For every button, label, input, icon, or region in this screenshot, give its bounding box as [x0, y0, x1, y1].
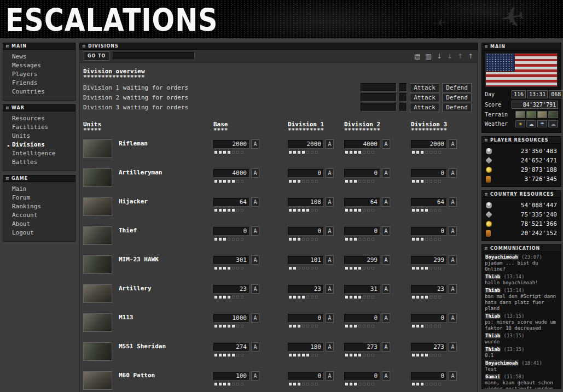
sidebar-item[interactable]: ▸ Account: [8, 211, 72, 220]
division-2-count-input[interactable]: [344, 227, 380, 236]
sidebar-item[interactable]: ▸ Battles: [8, 158, 72, 167]
sidebar-item[interactable]: ▸ News: [8, 52, 72, 61]
chat-sender[interactable]: Thiab: [485, 288, 501, 293]
chat-sender[interactable]: Boyachimoah: [485, 360, 519, 366]
assign-all-button[interactable]: A: [326, 371, 334, 381]
assign-all-button[interactable]: A: [326, 139, 334, 149]
assign-all-button[interactable]: A: [382, 284, 390, 294]
assign-all-button[interactable]: A: [251, 371, 259, 381]
assign-all-button[interactable]: A: [449, 168, 457, 178]
terrain-thumbnail[interactable]: [515, 111, 525, 118]
terrain-thumbnail[interactable]: [526, 111, 536, 118]
division-3-count-input[interactable]: [411, 140, 447, 149]
division-1-count-input[interactable]: [288, 285, 324, 294]
assign-all-button[interactable]: A: [449, 255, 457, 265]
sidebar-item[interactable]: ▸ Friends: [8, 79, 72, 87]
assign-all-button[interactable]: A: [382, 139, 390, 149]
sidebar-item[interactable]: ▸ Main: [8, 185, 72, 194]
base-count-input[interactable]: [213, 198, 249, 207]
chat-sender[interactable]: Thiab: [485, 274, 501, 279]
sidebar-item[interactable]: ▸ Messages: [8, 61, 72, 70]
assign-all-button[interactable]: A: [251, 284, 259, 294]
division-1-count-input[interactable]: [288, 256, 324, 265]
assign-all-button[interactable]: A: [326, 284, 334, 294]
chat-sender[interactable]: Gamai: [485, 374, 501, 379]
division-2-count-input[interactable]: [344, 343, 380, 352]
document-icon[interactable]: ▤: [414, 53, 420, 60]
goto-input[interactable]: [113, 52, 195, 60]
assign-all-button[interactable]: A: [382, 313, 390, 323]
attack-button[interactable]: Attack: [410, 83, 439, 92]
assign-all-button[interactable]: A: [382, 226, 390, 236]
terrain-thumbnail[interactable]: [548, 111, 558, 118]
defend-button[interactable]: Defend: [442, 103, 472, 112]
report-icon[interactable]: ▥: [425, 53, 431, 60]
division-1-count-input[interactable]: [288, 372, 324, 381]
assign-all-button[interactable]: A: [449, 139, 457, 149]
division-1-count-input[interactable]: [288, 314, 324, 323]
division-1-count-input[interactable]: [288, 140, 324, 149]
division-1-count-input[interactable]: [288, 227, 324, 236]
assign-all-button[interactable]: A: [326, 255, 334, 265]
assign-all-button[interactable]: A: [449, 197, 457, 207]
sidebar-item[interactable]: ▸ Rankings: [8, 202, 72, 211]
base-count-input[interactable]: [213, 285, 249, 294]
sidebar-item[interactable]: ▸ Intelligence: [8, 149, 72, 158]
sidebar-item[interactable]: ▸ About: [8, 220, 72, 229]
division-option-box[interactable]: [399, 103, 407, 112]
division-option-box[interactable]: [399, 83, 407, 92]
sidebar-item[interactable]: ▸ Countries: [8, 87, 72, 96]
base-count-input[interactable]: [213, 227, 249, 236]
division-3-count-input[interactable]: [411, 169, 447, 178]
assign-all-button[interactable]: A: [326, 342, 334, 352]
assign-all-button[interactable]: A: [382, 371, 390, 381]
division-order-input[interactable]: [361, 103, 397, 112]
assign-all-button[interactable]: A: [326, 197, 334, 207]
chat-sender[interactable]: Boyachimoah: [485, 254, 519, 260]
defend-button[interactable]: Defend: [442, 83, 472, 92]
sidebar-item[interactable]: ▸ Logout: [8, 229, 72, 237]
division-2-count-input[interactable]: [344, 372, 380, 381]
base-count-input[interactable]: [213, 372, 249, 381]
assign-all-button[interactable]: A: [449, 371, 457, 381]
base-count-input[interactable]: [213, 256, 249, 265]
assign-all-button[interactable]: A: [382, 342, 390, 352]
arrow-up-icon[interactable]: ↑: [468, 53, 473, 60]
division-option-box[interactable]: [399, 93, 407, 102]
sidebar-item[interactable]: ▸ Divisions: [8, 141, 72, 149]
base-count-input[interactable]: [213, 140, 249, 149]
base-count-input[interactable]: [213, 314, 249, 323]
defend-button[interactable]: Defend: [442, 93, 472, 102]
assign-all-button[interactable]: A: [326, 313, 334, 323]
division-3-count-input[interactable]: [411, 314, 447, 323]
division-2-count-input[interactable]: [344, 140, 380, 149]
assign-all-button[interactable]: A: [251, 342, 259, 352]
assign-all-button[interactable]: A: [449, 342, 457, 352]
attack-button[interactable]: Attack: [410, 103, 439, 112]
chat-sender[interactable]: Thiab: [485, 313, 501, 319]
division-3-count-input[interactable]: [411, 198, 447, 207]
assign-all-button[interactable]: A: [251, 168, 259, 178]
division-1-count-input[interactable]: [288, 169, 324, 178]
assign-all-button[interactable]: A: [449, 284, 457, 294]
division-2-count-input[interactable]: [344, 285, 380, 294]
chat-sender[interactable]: Thiab: [485, 347, 501, 352]
division-3-count-input[interactable]: [411, 256, 447, 265]
division-2-count-input[interactable]: [344, 169, 380, 178]
assign-all-button[interactable]: A: [251, 197, 259, 207]
assign-all-button[interactable]: A: [251, 255, 259, 265]
base-count-input[interactable]: [213, 343, 249, 352]
division-3-count-input[interactable]: [411, 227, 447, 236]
sidebar-item[interactable]: ▸ Players: [8, 70, 72, 79]
goto-button[interactable]: GO TO: [84, 51, 109, 61]
division-3-count-input[interactable]: [411, 343, 447, 352]
sidebar-item[interactable]: ▸ Resources: [8, 114, 72, 123]
sidebar-item[interactable]: ▸ Forum: [8, 194, 72, 202]
arrow-down-icon[interactable]: ↓: [437, 53, 442, 60]
assign-all-button[interactable]: A: [382, 255, 390, 265]
assign-all-button[interactable]: A: [326, 168, 334, 178]
division-order-input[interactable]: [361, 93, 397, 102]
division-2-count-input[interactable]: [344, 314, 380, 323]
assign-all-button[interactable]: A: [251, 313, 259, 323]
base-count-input[interactable]: [213, 169, 249, 178]
